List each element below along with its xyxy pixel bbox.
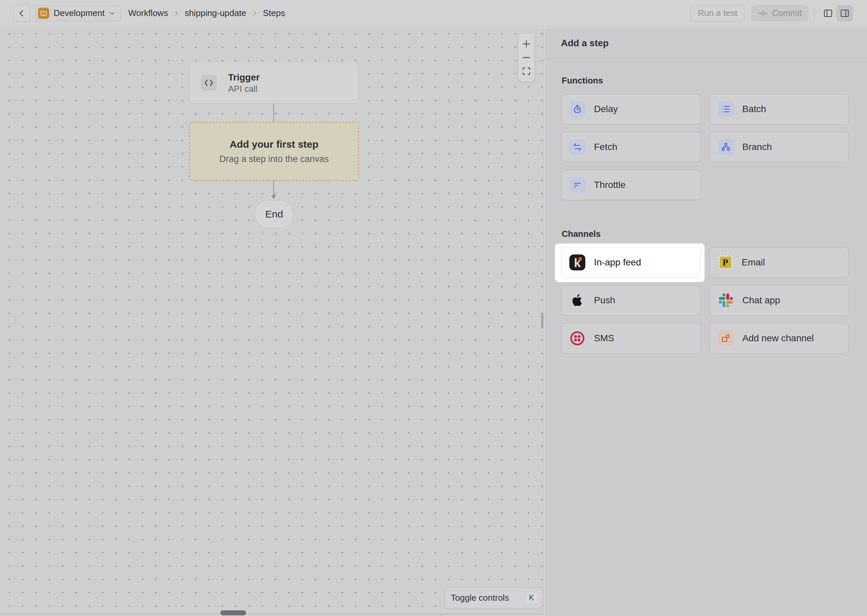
step-fetch-button[interactable]: Fetch	[561, 132, 701, 162]
channels-section-label: Channels	[562, 229, 849, 239]
step-label: Branch	[742, 142, 772, 152]
slack-icon	[718, 292, 734, 308]
functions-section-label: Functions	[562, 75, 849, 86]
channel-label: Chat app	[742, 295, 780, 306]
in-app-feed-cell: k In-app feed	[561, 247, 701, 278]
channels-grid: k In-app feed P Email	[561, 247, 849, 354]
trigger-subtitle: API call	[228, 83, 260, 94]
channel-label: Email	[742, 257, 765, 268]
horizontal-scrollbar-thumb[interactable]	[221, 610, 246, 615]
chevron-down-icon	[109, 10, 115, 17]
channel-chat-app-button[interactable]: Chat app	[709, 285, 850, 316]
commit-label: Commit	[772, 8, 802, 18]
zoom-in-button[interactable]	[520, 38, 533, 50]
code-icon	[201, 75, 217, 91]
postmark-icon: P	[718, 255, 733, 270]
plus-icon	[522, 39, 531, 48]
add-step-panel: Add a step Functions Delay	[545, 28, 867, 616]
tree-branch-icon	[718, 139, 734, 155]
vertical-scrollbar-thumb[interactable]	[541, 313, 543, 328]
dropzone-subtitle: Drag a step into the canvas	[219, 154, 329, 164]
step-label: Throttle	[594, 180, 626, 190]
zoom-out-button[interactable]	[520, 52, 533, 63]
run-a-test-button[interactable]: Run a test	[690, 5, 745, 22]
breadcrumb: Workflows shipping-update Steps	[128, 8, 285, 18]
minus-icon	[522, 53, 531, 62]
fit-view-button[interactable]	[520, 65, 533, 77]
environment-selector[interactable]: Development	[35, 5, 121, 21]
panel-header: Add a step	[545, 28, 867, 59]
functions-section: Functions Delay	[561, 75, 849, 200]
channel-sms-button[interactable]: SMS	[561, 323, 701, 354]
twilio-icon	[569, 330, 585, 346]
commit-button[interactable]: Commit	[752, 5, 809, 22]
workflow-canvas[interactable]: Trigger API call Add your first step Dra…	[0, 27, 544, 616]
panel-title: Add a step	[561, 38, 608, 49]
channel-label: Push	[594, 295, 615, 306]
environment-folder-icon	[38, 8, 49, 19]
apple-icon	[569, 292, 585, 308]
chevron-right-icon	[174, 10, 179, 17]
toggle-right-panel-button[interactable]	[836, 5, 853, 22]
zoom-controls	[518, 33, 535, 82]
functions-grid: Delay Batch	[561, 94, 849, 200]
workflow-builder-app: Development Workflows shipping-update St…	[0, 0, 867, 616]
edge-connector	[273, 104, 274, 123]
topbar-divider	[814, 7, 814, 20]
swap-arrows-icon	[569, 139, 585, 155]
step-delay-button[interactable]: Delay	[561, 94, 701, 124]
channel-label: In-app feed	[594, 257, 641, 268]
trigger-node[interactable]: Trigger API call	[189, 62, 359, 104]
channel-label: SMS	[594, 333, 614, 344]
trigger-title: Trigger	[228, 72, 260, 83]
step-batch-button[interactable]: Batch	[709, 94, 850, 124]
channel-push-button[interactable]: Push	[561, 285, 701, 316]
add-first-step-dropzone[interactable]: Add your first step Drag a step into the…	[189, 122, 359, 181]
batch-list-icon	[718, 101, 734, 117]
add-new-channel-button[interactable]: Add new channel	[709, 323, 850, 354]
edge-arrow-connector	[270, 181, 277, 200]
step-label: Fetch	[594, 142, 617, 152]
knock-logo-icon: k	[569, 255, 585, 270]
horizontal-scrollbar-track	[0, 614, 544, 614]
dropzone-title: Add your first step	[230, 139, 318, 150]
end-node[interactable]: End	[255, 200, 294, 228]
git-commit-icon	[758, 10, 768, 16]
stopwatch-icon	[569, 101, 585, 117]
end-node-label: End	[265, 209, 283, 220]
add-channel-icon	[718, 330, 734, 346]
environment-label: Development	[54, 8, 104, 18]
top-bar: Development Workflows shipping-update St…	[0, 0, 867, 27]
panel-body: Functions Delay	[545, 59, 867, 354]
channel-label: Add new channel	[742, 333, 814, 344]
breadcrumb-workflow-name[interactable]: shipping-update	[185, 8, 246, 18]
channel-email-button[interactable]: P Email	[709, 247, 850, 278]
breadcrumb-steps: Steps	[263, 8, 285, 18]
throttle-lines-icon	[569, 177, 585, 193]
breadcrumb-workflows[interactable]: Workflows	[128, 8, 168, 18]
channel-in-app-feed-button[interactable]: k In-app feed	[561, 247, 701, 278]
toggle-controls-label: Toggle controls	[451, 593, 509, 603]
panel-left-icon	[823, 8, 833, 19]
back-button[interactable]	[13, 5, 30, 22]
step-throttle-button[interactable]: Throttle	[561, 170, 701, 200]
chevron-right-icon	[252, 10, 257, 17]
step-branch-button[interactable]: Branch	[709, 132, 850, 162]
toggle-controls-button[interactable]: Toggle controls K	[445, 588, 543, 608]
step-label: Batch	[742, 104, 766, 115]
panel-right-icon	[839, 8, 850, 19]
chevron-left-icon	[18, 9, 25, 17]
toggle-left-panel-button[interactable]	[820, 5, 836, 22]
channels-section: Channels k In-app feed	[561, 229, 849, 354]
fit-view-icon	[522, 66, 531, 76]
keyboard-shortcut-badge: K	[525, 592, 538, 604]
step-label: Delay	[594, 104, 618, 115]
